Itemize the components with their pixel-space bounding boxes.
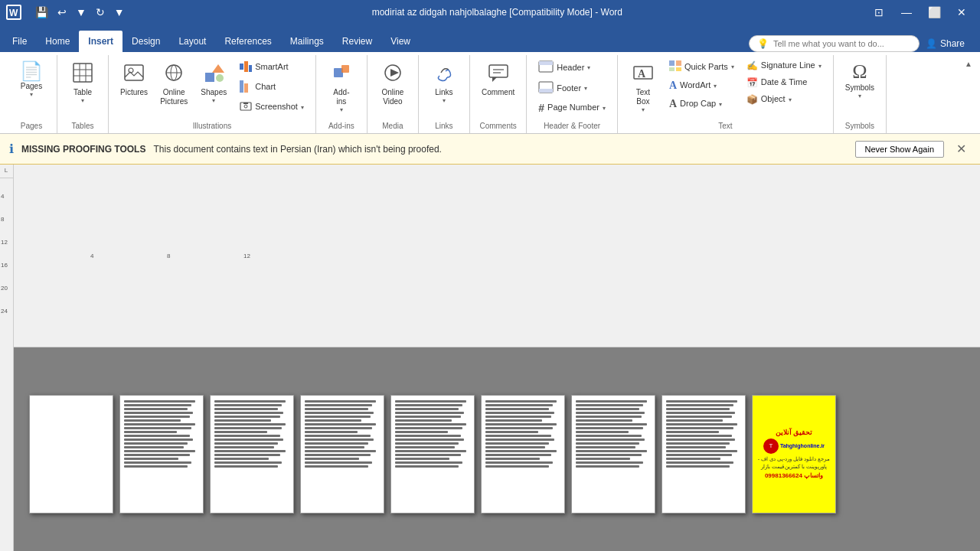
redo-button[interactable]: ↻ bbox=[93, 5, 108, 20]
text-line bbox=[305, 450, 376, 452]
object-button[interactable]: 📦 Object ▾ bbox=[741, 92, 827, 107]
text-line bbox=[395, 450, 466, 452]
svg-rect-15 bbox=[240, 64, 243, 70]
pages-container[interactable]: تحقیق آنلاین T Tahghighonline.ir مرجع دا… bbox=[14, 347, 980, 551]
svg-rect-18 bbox=[240, 80, 243, 93]
symbols-button[interactable]: Ω Symbols ▾ bbox=[840, 58, 880, 103]
ruler-mark-4: 4 bbox=[1, 194, 4, 200]
text-line bbox=[305, 412, 374, 414]
tell-me-input[interactable] bbox=[773, 39, 911, 48]
ribbon-tab-row: File Home Insert Design Layout Reference… bbox=[0, 24, 980, 52]
ruler-corner-marker[interactable]: L bbox=[0, 165, 12, 177]
links-button[interactable]: Links ▾ bbox=[425, 58, 463, 108]
header-button[interactable]: Header ▾ bbox=[533, 58, 611, 77]
tab-design[interactable]: Design bbox=[122, 31, 169, 52]
svg-point-14 bbox=[216, 74, 224, 82]
tab-mailings[interactable]: Mailings bbox=[281, 31, 333, 52]
shapes-button[interactable]: Shapes ▾ bbox=[194, 58, 233, 108]
ruler-mark-12: 12 bbox=[1, 240, 8, 246]
ribbon-collapse-button[interactable]: ⊡ bbox=[867, 2, 891, 23]
text-line bbox=[214, 427, 282, 429]
addins-button[interactable]: Add- ins ▾ bbox=[322, 58, 361, 117]
tab-home[interactable]: Home bbox=[36, 31, 79, 52]
save-button[interactable]: 💾 bbox=[32, 5, 51, 20]
text-line bbox=[576, 416, 642, 418]
svg-rect-32 bbox=[539, 61, 553, 65]
tab-file[interactable]: File bbox=[3, 31, 36, 52]
dropcap-icon: A bbox=[669, 98, 677, 110]
online-video-button[interactable]: Online Video bbox=[374, 58, 412, 110]
tab-references[interactable]: References bbox=[215, 31, 280, 52]
pictures-button[interactable]: Pictures bbox=[115, 58, 153, 101]
illustration-sub-group: SmartArt Chart bbox=[234, 58, 309, 116]
online-pictures-button[interactable]: Online Pictures bbox=[155, 58, 193, 110]
vertical-ruler: 4 8 12 16 20 24 bbox=[0, 178, 14, 551]
textbox-dropdown-arrow: ▾ bbox=[642, 106, 645, 113]
undo-dropdown[interactable]: ▼ bbox=[73, 5, 90, 20]
maximize-button[interactable]: ⬜ bbox=[922, 2, 946, 23]
qat-more-button[interactable]: ▼ bbox=[111, 5, 128, 20]
footer-button[interactable]: Footer ▾ bbox=[533, 79, 611, 98]
text-line bbox=[485, 458, 540, 460]
tab-review[interactable]: Review bbox=[333, 31, 381, 52]
text-line bbox=[576, 465, 639, 468]
wordart-button[interactable]: A WordArt ▾ bbox=[664, 77, 740, 94]
minimize-button[interactable]: — bbox=[894, 2, 919, 23]
symbols-items: Ω Symbols ▾ bbox=[840, 55, 880, 120]
text-line bbox=[666, 446, 726, 448]
tab-view[interactable]: View bbox=[381, 31, 420, 52]
text-line bbox=[305, 419, 361, 422]
signature-button[interactable]: ✍ Signature Line ▾ bbox=[741, 58, 827, 73]
text-line bbox=[124, 446, 184, 448]
share-button[interactable]: 👤 Share bbox=[920, 35, 971, 52]
text-box-icon: A bbox=[632, 62, 654, 86]
page-number-icon: # bbox=[538, 102, 544, 114]
notification-close-button[interactable]: ✕ bbox=[952, 140, 971, 158]
datetime-button[interactable]: 📅 Date & Time bbox=[741, 75, 827, 90]
text-line bbox=[395, 404, 462, 406]
ribbon-collapse-chevron[interactable]: ▲ bbox=[963, 58, 974, 70]
ribbon-group-illustrations: Pictures Online Pictures bbox=[109, 55, 316, 133]
text-line bbox=[485, 419, 542, 422]
page-6 bbox=[481, 395, 565, 514]
text-line bbox=[305, 404, 372, 406]
smartart-button[interactable]: SmartArt bbox=[234, 58, 309, 77]
text-line bbox=[305, 439, 374, 441]
chart-button[interactable]: Chart bbox=[234, 78, 309, 96]
text-option1-button[interactable]: Quick Parts ▾ bbox=[664, 58, 740, 76]
notification-title: MISSING PROOFING TOOLS bbox=[21, 144, 145, 155]
svg-point-8 bbox=[129, 68, 133, 73]
tell-me-bar[interactable]: 💡 bbox=[749, 35, 920, 52]
text-box-button[interactable]: A Text Box ▾ bbox=[624, 58, 662, 117]
svg-marker-26 bbox=[390, 69, 399, 77]
table-button[interactable]: Table ▾ bbox=[64, 58, 102, 108]
page-text-content bbox=[391, 396, 474, 472]
comment-button[interactable]: Comment bbox=[476, 58, 520, 101]
text-line bbox=[305, 435, 371, 437]
text-line bbox=[576, 442, 639, 445]
text-line bbox=[395, 439, 464, 441]
text-line bbox=[124, 431, 177, 433]
ribbon: File Home Insert Design Layout Reference… bbox=[0, 24, 980, 52]
text-line bbox=[485, 416, 551, 418]
page-text-content bbox=[662, 396, 745, 472]
text-line bbox=[666, 400, 737, 403]
tab-layout[interactable]: Layout bbox=[169, 31, 215, 52]
text-line bbox=[214, 442, 278, 445]
pages-button[interactable]: 📄 Pages ▾ bbox=[12, 58, 51, 102]
pages-dropdown-arrow: ▾ bbox=[30, 91, 33, 98]
text-line bbox=[666, 427, 733, 429]
screenshot-button[interactable]: Screenshot ▾ bbox=[234, 98, 309, 116]
text-line bbox=[395, 427, 462, 429]
text-line bbox=[666, 419, 723, 422]
ribbon-group-tables: Table ▾ Tables bbox=[57, 55, 109, 133]
tab-insert[interactable]: Insert bbox=[79, 31, 122, 52]
svg-rect-37 bbox=[669, 60, 675, 66]
text-line bbox=[666, 416, 732, 418]
undo-button[interactable]: ↩ bbox=[54, 5, 70, 20]
close-button[interactable]: ✕ bbox=[949, 2, 974, 23]
never-show-again-button[interactable]: Never Show Again bbox=[855, 141, 945, 158]
text-line bbox=[124, 458, 178, 460]
dropcap-button[interactable]: A Drop Cap ▾ bbox=[664, 96, 740, 112]
page-number-button[interactable]: # Page Number ▾ bbox=[533, 99, 611, 116]
